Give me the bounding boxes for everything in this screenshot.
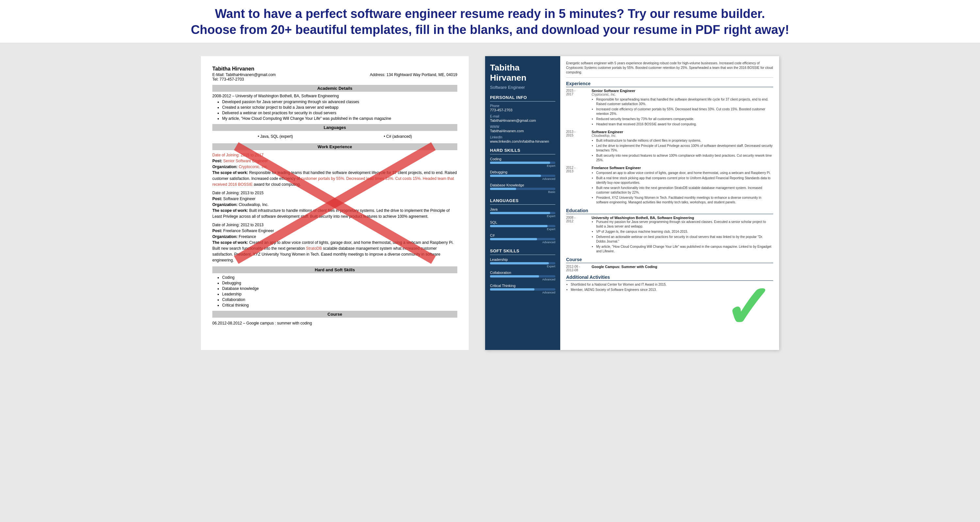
sidebar-hard-skills: Coding Expert Debugging Advanced Databas… — [490, 157, 555, 194]
left-contact: E-Mail: TabithaHirvanen@gmail.com Addres… — [212, 73, 457, 77]
sidebar-www-label: WWW — [490, 125, 555, 129]
course-dates-1: 2012-06 -2012-08 — [566, 265, 589, 272]
work-scope-2: The scope of work: Built infrastructure … — [212, 208, 457, 219]
skill-sql: SQL Expert — [490, 221, 555, 231]
exp-dates-3: 2012 -2013 — [566, 166, 589, 205]
skill-leadership: Leadership Expert — [490, 257, 555, 268]
list-item: My article, "How Cloud Computing Will Ch… — [222, 116, 457, 121]
left-academic-degree: 2008-2012 – University of Washington Bot… — [212, 94, 457, 98]
list-item: Shortlisted for a National Center for Wo… — [571, 282, 773, 287]
skill-db-knowledge: Database Knowledge Basic — [490, 183, 555, 194]
left-work-entry-3: Date of Joining: 2012 to 2013 Post: Free… — [212, 222, 457, 263]
work-post-3: Post: Freelance Software Engineer — [212, 228, 457, 234]
exp-title-1: Senior Software Engineer — [592, 89, 773, 93]
right-course-title: Course — [566, 257, 773, 263]
right-edu-1: 2008 -2012 University of Washington Both… — [566, 216, 773, 254]
sidebar-email: TabithaHirvanen@gmail.com — [490, 119, 555, 122]
list-item: Created a senior scholar project to buil… — [222, 105, 457, 110]
left-work-entry-2: Date of Joining: 2013 to 2015 Post: Soft… — [212, 190, 457, 219]
work-org-1: Organization: Cryptoconic, Inc. — [212, 164, 457, 170]
left-skills-list: Coding Debugging Database knowledge Lead… — [212, 275, 457, 308]
work-dates-1: Date of Joining: 2015 to 2017 — [212, 152, 457, 158]
sidebar-title: Software Engineer — [490, 85, 555, 90]
main-content: Tabitha Hirvanen E-Mail: TabithaHirvanen… — [0, 43, 980, 522]
right-additional-bullets: Shortlisted for a National Center for Wo… — [566, 282, 773, 292]
list-item: President, XYZ University Young Women in… — [596, 195, 773, 205]
work-dates-2: Date of Joining: 2013 to 2015 — [212, 190, 457, 196]
exp-dates-1: 2015 -2017 — [566, 89, 589, 127]
sidebar-linkedin-label: LinkedIn — [490, 135, 555, 139]
list-item: Built security into new product features… — [596, 154, 773, 163]
exp-dates-2: 2013 -2015 — [566, 130, 589, 163]
list-item: Composed an app to allow voice control o… — [596, 171, 773, 175]
exp-bullets-2: Built infrastructure to handle millions … — [592, 138, 773, 163]
left-course-content: 06.2012-08.2012 – Google campus : summer… — [212, 320, 457, 327]
work-org-2: Organization: Cloudwallop, Inc. — [212, 202, 457, 208]
list-item: Delivered an actionable webinar on best … — [596, 235, 773, 244]
list-item: Critical thinking — [222, 303, 457, 308]
list-item: Coding — [222, 275, 457, 280]
course-content-1: Google Campus: Summer with Coding — [592, 265, 773, 272]
left-course-header: Course — [212, 311, 457, 317]
left-address: Address: 134 Rightward Way Portland, ME,… — [370, 73, 457, 77]
left-lang-row: • Java, SQL (expert) • C# (advanced) — [212, 133, 457, 140]
exp-content-1: Senior Software Engineer Cryptoconic, In… — [592, 89, 773, 127]
exp-company-1: Cryptoconic, Inc. — [592, 93, 773, 96]
list-item: My article, "How Cloud Computing Will Ch… — [596, 244, 773, 254]
work-scope-3: The scope of work: Created an app to all… — [212, 240, 457, 263]
work-post-1: Post: Senior Software Engineer — [212, 158, 457, 164]
sidebar-soft-skills: Leadership Expert Collaboration Advanced… — [490, 257, 555, 294]
exp-content-3: Freelance Software Engineer Composed an … — [592, 166, 773, 205]
exp-company-2: Cloudwallop, Inc. — [592, 134, 773, 137]
edu-content-1: University of Washington Bothell, BA, So… — [592, 216, 773, 254]
header-line2: Choose from 20+ beautiful templates, fil… — [13, 22, 967, 38]
list-item: Responsible for spearheading teams that … — [596, 97, 773, 106]
right-sidebar: Tabitha Hirvanen Software Engineer Perso… — [485, 56, 560, 350]
right-course-1: 2012-06 -2012-08 Google Campus: Summer w… — [566, 265, 773, 272]
left-lang2: • C# (advanced) — [384, 134, 412, 139]
exp-title-3: Freelance Software Engineer — [592, 166, 773, 170]
right-exp-2: 2013 -2015 Software Engineer Cloudwallop… — [566, 130, 773, 163]
right-exp-title: Experience — [566, 81, 773, 87]
sidebar-languages-title: Languages — [490, 198, 555, 205]
list-item: Headed team that received 2016 BOSSIE aw… — [596, 122, 773, 127]
right-additional-title: Additional Activities — [566, 274, 773, 281]
work-scope-1: The scope of work: Responsible for leadi… — [212, 170, 457, 187]
right-resume: Tabitha Hirvanen Software Engineer Perso… — [485, 56, 779, 350]
list-item: Built a real time stock picking app that… — [596, 176, 773, 185]
list-item: Reduced security breaches by 73% for all… — [596, 117, 773, 121]
header-line1: Want to have a perfect software engineer… — [13, 6, 967, 22]
list-item: Built infrastructure to handle millions … — [596, 138, 773, 143]
sidebar-phone: 773-457-2703 — [490, 108, 555, 112]
list-item: Pursued my passion for Java server progr… — [596, 220, 773, 229]
left-lang-header: Languages — [212, 124, 457, 131]
edu-dates-1: 2008 -2012 — [566, 216, 589, 254]
list-item: Member, IAENG Society of Software Engine… — [571, 287, 773, 292]
left-email: E-Mail: TabithaHirvanen@gmail.com — [212, 73, 276, 77]
skill-csharp: C# Advanced — [490, 233, 555, 244]
right-exp-3: 2012 -2013 Freelance Software Engineer C… — [566, 166, 773, 205]
left-name-section: Tabitha Hirvanen E-Mail: TabithaHirvanen… — [212, 66, 457, 82]
right-main: Energetic software engineer with 5 years… — [560, 56, 779, 350]
sidebar-soft-skills-title: Soft Skills — [490, 248, 555, 255]
left-lang1: • Java, SQL (expert) — [258, 134, 293, 139]
left-tel: Tel: 773-457-2703 — [212, 77, 457, 82]
left-academic-header: Academic Details — [212, 85, 457, 92]
exp-bullets-1: Responsible for spearheading teams that … — [592, 97, 773, 127]
right-summary: Energetic software engineer with 5 years… — [566, 61, 773, 78]
list-item: Debugging — [222, 281, 457, 285]
right-edu-title: Education — [566, 208, 773, 214]
work-dates-3: Date of Joining: 2012 to 2013 — [212, 222, 457, 228]
left-skills-header: Hard and Soft Skills — [212, 267, 457, 273]
course-title-1: Google Campus: Summer with Coding — [592, 265, 773, 269]
list-item: Built new search functionality into the … — [596, 186, 773, 195]
sidebar-email-label: E-mail — [490, 114, 555, 118]
left-name: Tabitha Hirvanen — [212, 66, 457, 72]
list-item: Developed passion for Java server progra… — [222, 100, 457, 104]
exp-content-2: Software Engineer Cloudwallop, Inc. Buil… — [592, 130, 773, 163]
skill-collaboration: Collaboration Advanced — [490, 271, 555, 281]
skill-java: Java Expert — [490, 207, 555, 218]
header-banner: Want to have a perfect software engineer… — [0, 0, 980, 43]
list-item: Increased code efficiency of customer po… — [596, 107, 773, 116]
sidebar-hard-skills-title: Hard Skills — [490, 148, 555, 154]
